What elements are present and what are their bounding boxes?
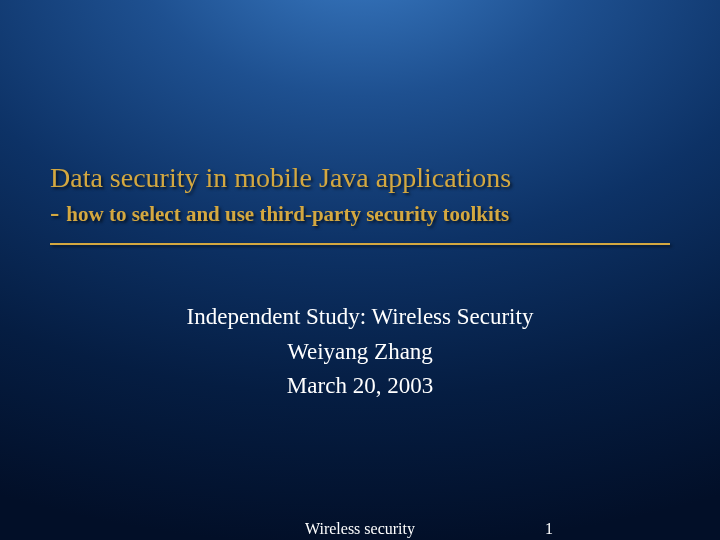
footer-title: Wireless security (0, 520, 720, 538)
title-main: Data security in mobile Java application… (50, 162, 511, 193)
body-line-author: Weiyang Zhang (50, 335, 670, 370)
title-subtitle: how to select and use third-party securi… (66, 202, 509, 226)
title-underline (50, 243, 670, 245)
footer-page-number: 1 (545, 520, 553, 538)
title-block: Data security in mobile Java application… (50, 160, 670, 245)
body-line-study: Independent Study: Wireless Security (50, 300, 670, 335)
title-dash: - (50, 196, 66, 227)
body-block: Independent Study: Wireless Security Wei… (50, 300, 670, 404)
slide: Data security in mobile Java application… (0, 0, 720, 540)
body-line-date: March 20, 2003 (50, 369, 670, 404)
